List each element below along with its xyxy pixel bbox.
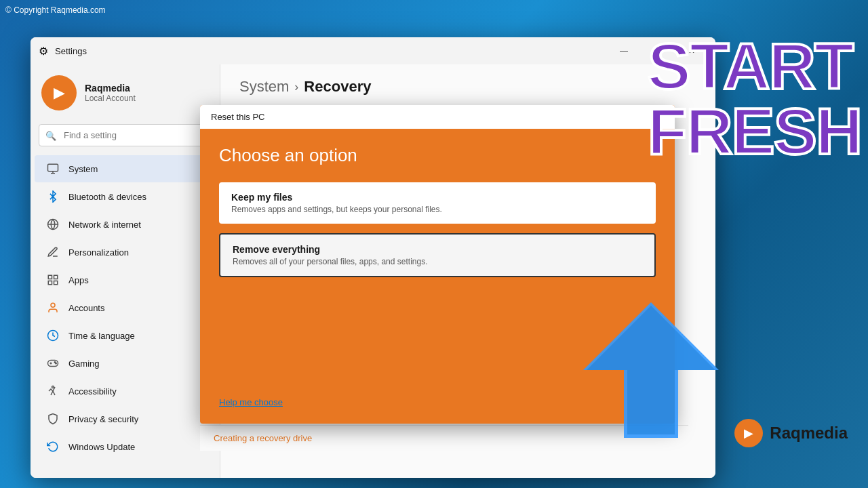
svg-rect-5 xyxy=(48,275,52,279)
brand-logo: ▶ xyxy=(734,419,763,447)
breadcrumb: System › Recovery xyxy=(239,78,696,96)
remove-everything-title: Remove everything xyxy=(233,244,642,255)
sidebar-item-gaming-label: Gaming xyxy=(68,359,100,369)
user-name: Raqmedia xyxy=(85,83,136,94)
breadcrumb-current: Recovery xyxy=(304,78,371,96)
sidebar-item-personalization[interactable]: Personalization xyxy=(35,239,216,266)
svg-rect-8 xyxy=(48,281,52,285)
svg-point-9 xyxy=(51,303,55,307)
title-bar: ⚙ Settings — □ ✕ xyxy=(31,37,715,64)
nav-menu: System Bluetooth & devices xyxy=(31,152,220,464)
breadcrumb-parent: System xyxy=(239,78,289,96)
svg-rect-6 xyxy=(54,275,58,279)
sidebar: ▶ Raqmedia Local Account 🔍 xyxy=(31,64,220,478)
avatar-icon: ▶ xyxy=(54,84,65,102)
sidebar-item-gaming[interactable]: Gaming xyxy=(35,350,216,377)
brand-name: Raqmedia xyxy=(770,424,848,443)
page-header: System › Recovery xyxy=(220,64,715,106)
sidebar-item-network[interactable]: Network & internet xyxy=(35,211,216,238)
minimize-button[interactable]: — xyxy=(608,40,639,62)
search-input[interactable] xyxy=(39,124,212,146)
search-icon: 🔍 xyxy=(45,130,56,140)
svg-rect-7 xyxy=(54,281,58,285)
gaming-icon xyxy=(45,356,60,371)
brand-logo-icon: ▶ xyxy=(744,426,753,441)
reset-pc-dialog: Reset this PC Choose an option Keep my f… xyxy=(200,105,675,424)
copyright-text: © Copyright Raqmedia.com xyxy=(5,5,106,15)
personalization-icon xyxy=(45,245,60,260)
help-me-choose-link[interactable]: Help me choose xyxy=(219,397,656,407)
accounts-icon xyxy=(45,300,60,315)
user-profile: ▶ Raqmedia Local Account xyxy=(31,64,220,119)
brand-badge: ▶ Raqmedia xyxy=(734,419,848,447)
sidebar-item-time[interactable]: Time & language xyxy=(35,322,216,349)
keep-files-desc: Removes apps and settings, but keeps you… xyxy=(231,205,644,214)
sidebar-item-network-label: Network & internet xyxy=(68,220,141,230)
sidebar-item-personalization-label: Personalization xyxy=(68,247,129,258)
user-role: Local Account xyxy=(85,94,136,103)
sidebar-item-system[interactable]: System xyxy=(35,155,216,182)
apps-icon xyxy=(45,272,60,287)
bluetooth-icon xyxy=(45,189,60,204)
dialog-content: Choose an option Keep my files Removes a… xyxy=(200,129,675,424)
settings-icon: ⚙ xyxy=(39,45,48,58)
dialog-title-bar: Reset this PC xyxy=(200,105,675,129)
svg-rect-0 xyxy=(48,164,58,171)
bottom-bar: Creating a recovery drive xyxy=(200,425,688,451)
remove-everything-desc: Removes all of your personal files, apps… xyxy=(233,257,642,266)
breadcrumb-separator: › xyxy=(294,80,298,94)
avatar: ▶ xyxy=(41,75,77,110)
sidebar-item-time-label: Time & language xyxy=(68,331,135,341)
sidebar-item-privacy-label: Privacy & security xyxy=(68,414,138,424)
sidebar-item-bluetooth[interactable]: Bluetooth & devices xyxy=(35,183,216,210)
sidebar-item-privacy[interactable]: Privacy & security xyxy=(35,405,216,432)
svg-point-15 xyxy=(56,363,57,364)
sidebar-item-apps[interactable]: Apps xyxy=(35,266,216,293)
dialog-heading: Choose an option xyxy=(219,145,656,166)
privacy-icon xyxy=(45,411,60,426)
sidebar-item-accounts[interactable]: Accounts xyxy=(35,294,216,321)
sidebar-item-update-label: Windows Update xyxy=(68,442,135,452)
sidebar-item-accessibility-label: Accessibility xyxy=(68,386,117,396)
sidebar-item-apps-label: Apps xyxy=(68,275,89,285)
window-controls: — □ ✕ xyxy=(608,40,707,62)
accessibility-icon xyxy=(45,384,60,399)
sidebar-item-accessibility[interactable]: Accessibility xyxy=(35,378,216,405)
keep-files-button[interactable]: Keep my files Removes apps and settings,… xyxy=(219,182,656,224)
system-icon xyxy=(45,161,60,176)
dialog-title: Reset this PC xyxy=(211,112,264,122)
close-button[interactable]: ✕ xyxy=(676,40,707,62)
maximize-button[interactable]: □ xyxy=(642,40,673,62)
window-title: Settings xyxy=(55,46,87,56)
sidebar-item-system-label: System xyxy=(68,164,98,174)
time-icon xyxy=(45,328,60,343)
network-icon xyxy=(45,217,60,232)
sidebar-item-accounts-label: Accounts xyxy=(68,303,104,313)
update-icon xyxy=(45,439,60,454)
search-box: 🔍 xyxy=(39,124,212,146)
keep-files-title: Keep my files xyxy=(231,192,644,203)
svg-point-16 xyxy=(52,386,54,388)
sidebar-item-bluetooth-label: Bluetooth & devices xyxy=(68,192,146,202)
remove-everything-button[interactable]: Remove everything Removes all of your pe… xyxy=(219,233,656,277)
bottom-bar-text: Creating a recovery drive xyxy=(214,433,312,443)
sidebar-item-update[interactable]: Windows Update xyxy=(35,433,216,460)
